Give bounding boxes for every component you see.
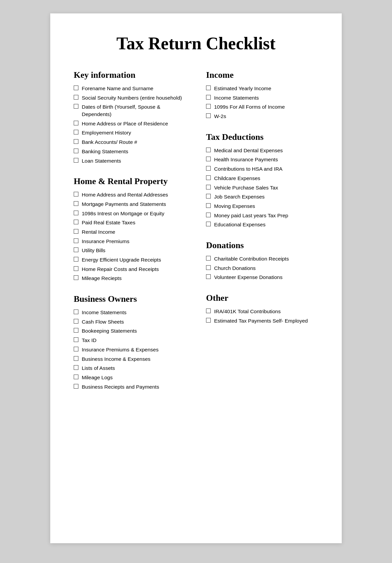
checkbox[interactable]: [74, 356, 78, 361]
list-item: 1098s Intrest on Mortgage or Equity: [74, 210, 186, 217]
list-item-label: Home Address and Rental Addresses: [82, 191, 168, 199]
list-item: Estimated Yearly Income: [206, 85, 318, 92]
income-list: Estimated Yearly IncomeIncome Statements…: [206, 85, 318, 120]
checkbox[interactable]: [74, 365, 78, 370]
checkbox[interactable]: [206, 308, 211, 313]
list-item-label: Educational Expenses: [214, 221, 265, 228]
checkbox[interactable]: [74, 375, 78, 379]
checkbox[interactable]: [74, 337, 78, 342]
checkbox[interactable]: [74, 158, 78, 163]
list-item: Childcare Expenses: [206, 175, 318, 182]
list-item-label: Mortgage Payments and Statements: [82, 201, 166, 208]
list-item: Mortgage Payments and Statements: [74, 201, 186, 208]
checkbox[interactable]: [206, 194, 211, 199]
checkbox[interactable]: [74, 220, 78, 224]
list-item: Social Secruity Numbers (entire househol…: [74, 94, 186, 102]
right-column: Income Estimated Yearly IncomeIncome Sta…: [206, 70, 318, 392]
other-list: IRA/401K Total ContributionsEstimated Ta…: [206, 308, 318, 324]
checkbox[interactable]: [74, 192, 78, 196]
checkbox[interactable]: [206, 274, 211, 279]
checkbox[interactable]: [74, 238, 78, 243]
checkbox[interactable]: [206, 265, 211, 270]
tax-deductions-list: Medical and Dental ExpensesHealth Insura…: [206, 147, 318, 228]
checkbox[interactable]: [74, 139, 78, 144]
list-item-label: Lists of Assets: [82, 364, 115, 372]
list-item-label: Health Insurance Payments: [214, 156, 278, 163]
list-item-label: Insurance Premiums & Expenses: [82, 346, 158, 353]
checkbox[interactable]: [74, 95, 78, 100]
checkbox[interactable]: [74, 130, 78, 134]
list-item: Bookeeping Statements: [74, 327, 186, 335]
checkbox[interactable]: [74, 201, 78, 206]
business-owners-list: Income StatementsCash Flow SheetsBookeep…: [74, 309, 186, 390]
list-item: Business Reciepts and Payments: [74, 383, 186, 391]
checkbox[interactable]: [74, 266, 78, 271]
list-item-label: Money paid Last years Tax Prep: [214, 212, 288, 219]
checkbox[interactable]: [206, 203, 211, 208]
list-item-label: Dates of Birth (Yourself, Spouse & Depen…: [82, 103, 186, 118]
checkbox[interactable]: [74, 309, 78, 314]
checkbox[interactable]: [74, 328, 78, 333]
list-item: Volunteer Expense Donations: [206, 274, 318, 281]
checkbox[interactable]: [206, 95, 211, 100]
section-heading-other: Other: [206, 293, 318, 303]
list-item-label: Mileage Reciepts: [82, 275, 122, 282]
checkbox[interactable]: [206, 104, 211, 109]
list-item: Mileage Logs: [74, 374, 186, 381]
section-heading-business-owners: Business Owners: [74, 294, 186, 304]
page-title: Tax Return Checklist: [74, 34, 318, 53]
checkbox[interactable]: [206, 185, 211, 189]
checkbox[interactable]: [74, 275, 78, 280]
list-item: Home Repair Costs and Receipts: [74, 266, 186, 273]
checkbox[interactable]: [74, 347, 78, 351]
list-item-label: Estimated Tax Payments Self- Employed: [214, 317, 308, 325]
checkbox[interactable]: [74, 121, 78, 125]
section-heading-tax-deductions: Tax Deductions: [206, 132, 318, 142]
list-item-label: Home Address or Place of Residence: [82, 120, 168, 127]
list-item-label: Income Statements: [214, 94, 259, 102]
checkbox[interactable]: [74, 247, 78, 252]
list-item-label: Cash Flow Sheets: [82, 318, 124, 326]
section-heading-key-information: Key information: [74, 70, 186, 80]
checkbox[interactable]: [74, 211, 78, 215]
checkbox[interactable]: [206, 166, 211, 171]
list-item: Utility Bills: [74, 247, 186, 254]
checkbox[interactable]: [74, 86, 78, 90]
list-item-label: Bank Accounts/ Route #: [82, 138, 137, 146]
checkbox[interactable]: [74, 319, 78, 324]
section-heading-donations: Donations: [206, 240, 318, 250]
donations-list: Charitable Contribution ReceiptsChurch D…: [206, 255, 318, 281]
checkbox[interactable]: [206, 157, 211, 161]
checkbox[interactable]: [74, 257, 78, 262]
list-item-label: Income Statements: [82, 309, 127, 316]
list-item: Vehicle Purchase Sales Tax: [206, 184, 318, 191]
checkbox[interactable]: [206, 222, 211, 226]
checkbox[interactable]: [206, 175, 211, 180]
checkbox[interactable]: [74, 104, 78, 109]
checkbox[interactable]: [206, 113, 211, 118]
list-item-label: Job Search Expenses: [214, 193, 265, 201]
list-item-label: Home Repair Costs and Receipts: [82, 266, 159, 273]
checkbox[interactable]: [206, 86, 211, 90]
checkbox[interactable]: [74, 149, 78, 153]
list-item-label: Business Income & Expenses: [82, 355, 150, 363]
list-item: Home Address and Rental Addresses: [74, 191, 186, 199]
section-heading-home-rental: Home & Rental Property: [74, 176, 186, 186]
list-item-label: Contributions to HSA and IRA: [214, 165, 282, 173]
list-item: Insurance Premiums: [74, 238, 186, 245]
list-item-label: Tax ID: [82, 337, 96, 344]
list-item-label: Forename Name and Surname: [82, 85, 153, 92]
checkbox[interactable]: [74, 229, 78, 234]
checkbox[interactable]: [206, 318, 211, 323]
checkbox[interactable]: [206, 148, 211, 152]
list-item-label: Social Secruity Numbers (entire househol…: [82, 94, 182, 102]
checkbox[interactable]: [74, 384, 78, 389]
list-item: Charitable Contribution Receipts: [206, 255, 318, 263]
checkbox[interactable]: [206, 256, 211, 261]
checkbox[interactable]: [206, 213, 211, 217]
list-item-label: Moving Expenses: [214, 203, 255, 210]
list-item: Rental Income: [74, 228, 186, 236]
list-item: Medical and Dental Expenses: [206, 147, 318, 154]
list-item-label: Charitable Contribution Receipts: [214, 255, 289, 263]
list-item: Business Income & Expenses: [74, 355, 186, 363]
